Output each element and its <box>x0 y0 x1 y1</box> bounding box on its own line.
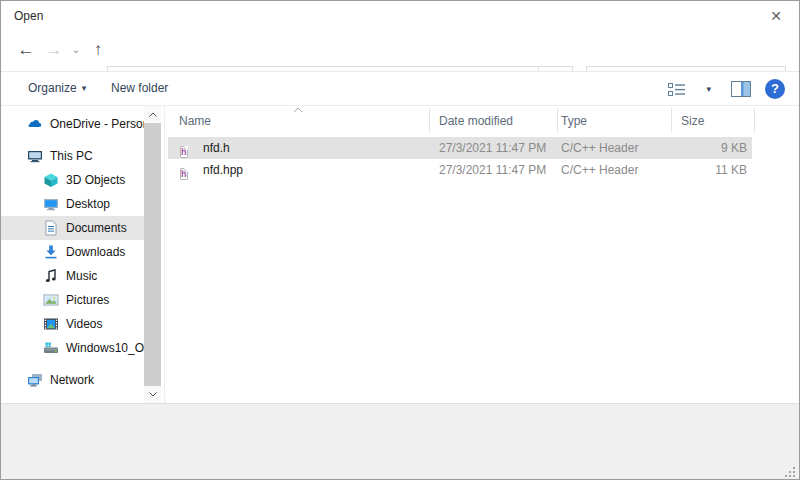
file-type: C/C++ Header <box>561 159 638 181</box>
navigation-bar: ← → ⌄ ↑ « GitHub › nativefiledialog › sr… <box>1 31 799 71</box>
sidebar-item-documents[interactable]: Documents <box>1 216 148 240</box>
open-file-dialog: Open ✕ ← → ⌄ ↑ « GitHub › nativefiledial… <box>0 0 800 480</box>
column-headers: Name Date modified Type Size <box>166 106 799 133</box>
file-row-nfd-hpp[interactable]: h nfd.hpp 27/3/2021 11:47 PM C/C++ Heade… <box>166 159 799 181</box>
sidebar-item-onedrive[interactable]: OneDrive - Person <box>1 112 148 136</box>
file-row-nfd-h[interactable]: h nfd.h 27/3/2021 11:47 PM C/C++ Header … <box>166 137 799 159</box>
command-toolbar: Organize▾ New folder ▾ ? <box>1 71 799 106</box>
sidebar-list: OneDrive - Person This PC 3D Objects Des… <box>1 112 148 392</box>
documents-icon <box>43 220 59 236</box>
file-name: nfd.hpp <box>203 159 243 181</box>
close-icon[interactable]: ✕ <box>753 1 799 31</box>
sidebar-item-music[interactable]: Music <box>1 264 148 288</box>
file-date: 27/3/2021 11:47 PM <box>439 137 546 159</box>
sidebar-item-label: OneDrive - Person <box>50 117 148 131</box>
os-drive-icon <box>43 340 59 356</box>
file-type: C/C++ Header <box>561 137 638 159</box>
sidebar-item-label: Windows10_OS ( <box>66 341 148 355</box>
column-divider[interactable] <box>671 108 672 133</box>
file-date: 27/3/2021 11:47 PM <box>439 159 546 181</box>
file-size: 9 KB <box>671 137 747 159</box>
main-area: OneDrive - Person This PC 3D Objects Des… <box>1 106 799 403</box>
sidebar-item-videos[interactable]: Videos <box>1 312 148 336</box>
sidebar-item-label: 3D Objects <box>66 173 125 187</box>
navigation-pane: OneDrive - Person This PC 3D Objects Des… <box>1 106 165 403</box>
organize-caret-icon: ▾ <box>82 83 87 93</box>
scrollbar-thumb[interactable] <box>144 123 161 386</box>
column-header-date-modified[interactable]: Date modified <box>439 106 513 136</box>
sidebar-item-windows10-os[interactable]: Windows10_OS ( <box>1 336 148 360</box>
sidebar-item-label: This PC <box>50 149 93 163</box>
sidebar-scrollbar[interactable] <box>144 106 161 403</box>
sidebar-item-downloads[interactable]: Downloads <box>1 240 148 264</box>
column-header-type[interactable]: Type <box>561 106 587 136</box>
column-divider[interactable] <box>754 108 755 133</box>
preview-pane-icon[interactable] <box>731 81 751 97</box>
network-icon <box>27 372 43 388</box>
desktop-icon <box>43 196 59 212</box>
header-file-icon: h <box>180 162 188 184</box>
downloads-icon <box>43 244 59 260</box>
title-bar: Open ✕ <box>1 1 799 31</box>
column-header-size[interactable]: Size <box>681 106 704 136</box>
scroll-down-icon[interactable] <box>144 386 161 403</box>
back-icon[interactable]: ← <box>11 31 41 71</box>
sidebar-item-label: Videos <box>66 317 102 331</box>
pictures-icon <box>43 292 59 308</box>
sidebar-item-network[interactable]: Network <box>1 368 148 392</box>
music-icon <box>43 268 59 284</box>
footer-panel: File name: ⌄ Headers (*.h;*.hpp) ⌄ Open … <box>1 403 799 480</box>
sidebar-item-label: Pictures <box>66 293 109 307</box>
window-title: Open <box>14 1 43 31</box>
up-icon[interactable]: ↑ <box>85 31 111 71</box>
column-divider[interactable] <box>429 108 430 133</box>
sidebar-item-label: Music <box>66 269 97 283</box>
onedrive-cloud-icon <box>27 116 43 132</box>
details-view-icon[interactable] <box>668 82 686 97</box>
sidebar-item-desktop[interactable]: Desktop <box>1 192 148 216</box>
scroll-up-icon[interactable] <box>144 106 161 123</box>
sidebar-item-this-pc[interactable]: This PC <box>1 144 148 168</box>
sidebar-item-label: Documents <box>66 221 127 235</box>
file-size: 11 KB <box>671 159 747 181</box>
videos-icon <box>43 316 59 332</box>
sidebar-item-label: Downloads <box>66 245 125 259</box>
column-header-name[interactable]: Name <box>179 106 211 136</box>
toolbar-right-icons: ▾ ? <box>668 72 799 106</box>
3d-objects-icon <box>43 172 59 188</box>
file-list: Name Date modified Type Size h nfd.h 27/… <box>166 106 799 403</box>
resize-grip-icon[interactable] <box>785 467 795 477</box>
file-rows: h nfd.h 27/3/2021 11:47 PM C/C++ Header … <box>166 137 799 181</box>
recent-locations-chevron-icon[interactable]: ⌄ <box>67 31 85 71</box>
help-icon[interactable]: ? <box>765 79 785 99</box>
sidebar-item-pictures[interactable]: Pictures <box>1 288 148 312</box>
sidebar-item-3d-objects[interactable]: 3D Objects <box>1 168 148 192</box>
this-pc-icon <box>27 148 43 164</box>
organize-button[interactable]: Organize▾ <box>28 72 86 106</box>
views-caret-icon[interactable]: ▾ <box>706 84 711 94</box>
file-name: nfd.h <box>203 137 230 159</box>
forward-icon: → <box>41 31 67 71</box>
sort-ascending-icon <box>293 107 303 113</box>
column-divider[interactable] <box>557 108 558 133</box>
sidebar-item-label: Desktop <box>66 197 110 211</box>
new-folder-button[interactable]: New folder <box>111 72 168 106</box>
sidebar-item-label: Network <box>50 373 94 387</box>
